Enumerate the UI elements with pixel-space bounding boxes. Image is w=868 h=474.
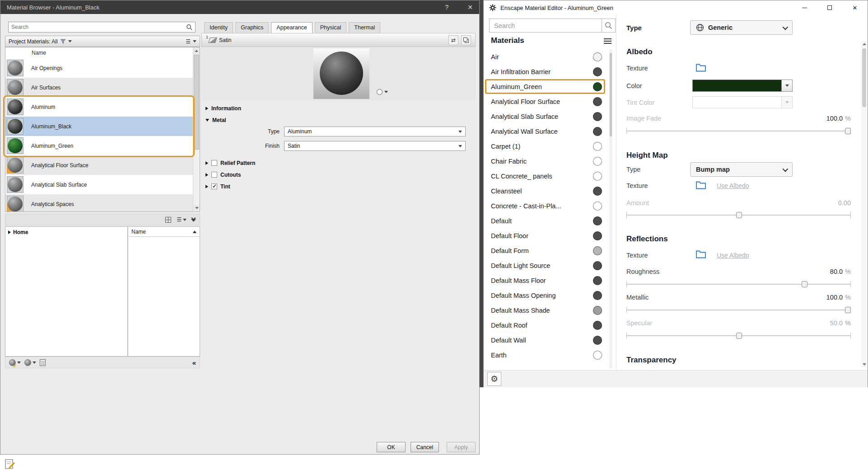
search-button[interactable] <box>602 19 616 33</box>
open-asset-browser-button[interactable] <box>40 359 46 366</box>
collapse-all-icon[interactable] <box>192 218 195 221</box>
editor-tab[interactable]: Appearance <box>271 22 312 33</box>
section-information[interactable]: Information <box>201 103 476 114</box>
albedo-texture-folder-button[interactable] <box>695 63 707 73</box>
material-row[interactable]: Default Form <box>484 243 608 258</box>
metal-finish-dropdown[interactable]: Satin <box>284 141 466 151</box>
material-row[interactable]: Air Openings <box>5 58 193 78</box>
section-cutouts[interactable]: Cutouts <box>201 169 476 180</box>
slider-handle[interactable] <box>802 281 807 287</box>
relief-pattern-checkbox[interactable] <box>211 160 217 166</box>
material-row[interactable]: Analytical Wall Surface <box>484 124 608 139</box>
materials-scrollbar[interactable] <box>193 47 200 211</box>
height-map-use-albedo-link[interactable]: Use Albedo <box>717 182 749 189</box>
list-view-icon[interactable]: ☰ <box>177 217 182 222</box>
scroll-up-button[interactable] <box>193 47 200 54</box>
material-search-box[interactable] <box>8 22 196 33</box>
reflections-use-albedo-link[interactable]: Use Albedo <box>717 252 749 259</box>
grid-view-icon[interactable] <box>165 217 171 223</box>
material-row[interactable]: Default Wall <box>484 333 608 347</box>
filter-funnel-icon[interactable] <box>60 39 66 44</box>
height-map-texture-folder-button[interactable] <box>695 181 707 191</box>
roughness-slider[interactable] <box>626 281 851 287</box>
material-row[interactable]: CL Concrete_ panels <box>484 169 608 183</box>
material-row[interactable]: Carpet (1) <box>484 139 608 154</box>
material-row[interactable]: Air Infiltration Barrier <box>484 64 608 79</box>
material-row[interactable]: Air Surfaces <box>5 78 193 97</box>
material-row[interactable]: Default Mass Floor <box>484 273 608 288</box>
material-row[interactable]: Default Mass Shade <box>484 303 608 318</box>
material-row[interactable]: Analytical Spaces <box>5 194 193 212</box>
metallic-slider[interactable] <box>626 307 851 313</box>
material-row[interactable]: Analytical Slab Surface <box>484 109 608 124</box>
new-material-button[interactable] <box>9 359 21 366</box>
materials-list-scrollbar[interactable] <box>609 49 612 368</box>
editor-tab[interactable]: Physical <box>315 22 347 33</box>
section-tint[interactable]: Tint <box>201 181 476 192</box>
section-relief-pattern[interactable]: Relief Pattern <box>201 157 476 169</box>
close-button[interactable]: ✕ <box>467 4 473 11</box>
editor-tab[interactable]: Identity <box>204 22 233 33</box>
material-row[interactable]: Aluminum_Green <box>5 136 193 155</box>
project-materials-filter-bar[interactable]: Project Materials: All ☰ <box>5 36 200 47</box>
cutouts-checkbox[interactable] <box>211 172 217 178</box>
color-dropdown-button[interactable] <box>781 80 792 91</box>
material-row[interactable]: Default Light Source <box>484 258 608 273</box>
expanded-arrow-icon[interactable] <box>205 119 209 122</box>
filter-caret-icon[interactable] <box>68 40 72 42</box>
material-row[interactable]: Default <box>484 213 608 228</box>
replace-asset-button[interactable]: ⇄ <box>448 35 458 45</box>
material-row[interactable]: Aluminum_Green <box>484 79 608 94</box>
search-input[interactable] <box>11 24 186 30</box>
material-type-dropdown[interactable]: Generic <box>690 20 793 35</box>
tint-checkbox[interactable] <box>211 183 217 189</box>
expand-icon[interactable] <box>8 230 11 234</box>
scroll-up-button[interactable] <box>861 41 867 47</box>
material-row[interactable]: Analytical Floor Surface <box>5 155 193 175</box>
close-button[interactable]: ✕ <box>842 0 868 15</box>
editor-scrollbar[interactable] <box>861 41 867 367</box>
scrollbar-thumb[interactable] <box>862 48 866 107</box>
settings-button[interactable]: ⚙ <box>487 372 501 386</box>
albedo-color-picker[interactable] <box>692 80 793 92</box>
view-caret-icon[interactable] <box>183 219 187 221</box>
material-editor-shortcut-icon[interactable] <box>5 458 16 470</box>
material-row[interactable]: Concrete - Cast-in-Pla... <box>484 198 608 213</box>
collapsed-arrow-icon[interactable] <box>205 173 208 177</box>
material-row[interactable]: Earth <box>484 347 608 362</box>
list-view-caret-icon[interactable] <box>193 40 196 42</box>
cancel-button[interactable]: Cancel <box>411 442 439 452</box>
metal-type-dropdown[interactable]: Aluminum <box>284 127 466 136</box>
library-name-header[interactable]: Name <box>128 227 200 237</box>
editor-tab[interactable]: Thermal <box>349 22 380 33</box>
material-row[interactable]: Cleansteel <box>484 183 608 198</box>
reflections-texture-folder-button[interactable] <box>695 250 707 260</box>
collapsed-arrow-icon[interactable] <box>205 161 208 165</box>
maximize-button[interactable] <box>817 0 842 15</box>
collapse-panel-button[interactable]: « <box>192 359 196 366</box>
library-home-item[interactable]: Home <box>5 227 127 238</box>
material-row[interactable]: Aluminum_Black <box>5 117 193 136</box>
materials-column-header[interactable]: Name <box>5 47 200 58</box>
material-row[interactable]: Default Roof <box>484 318 608 333</box>
scrollbar-thumb[interactable] <box>610 53 612 136</box>
preview-scene-dropdown[interactable] <box>377 89 388 95</box>
search-input[interactable] <box>494 22 597 29</box>
new-asset-button[interactable] <box>24 359 36 366</box>
ok-button[interactable]: OK <box>377 442 406 452</box>
scroll-down-button[interactable] <box>193 205 200 211</box>
material-row[interactable]: Chair Fabric <box>484 154 608 169</box>
slider-handle[interactable] <box>845 128 851 134</box>
material-row[interactable]: Default Mass Opening <box>484 288 608 303</box>
duplicate-asset-button[interactable] <box>461 35 471 45</box>
help-button[interactable]: ? <box>445 4 448 11</box>
collapsed-arrow-icon[interactable] <box>205 107 208 110</box>
collapsed-arrow-icon[interactable] <box>205 185 208 188</box>
list-view-menu-icon[interactable]: ☰ <box>186 39 191 44</box>
material-search-box[interactable] <box>489 19 602 33</box>
material-row[interactable]: Air <box>484 49 608 64</box>
material-row[interactable]: Default Floor <box>484 228 608 243</box>
slider-handle[interactable] <box>845 307 851 313</box>
image-fade-slider[interactable] <box>626 128 851 134</box>
section-metal[interactable]: Metal <box>201 114 476 126</box>
